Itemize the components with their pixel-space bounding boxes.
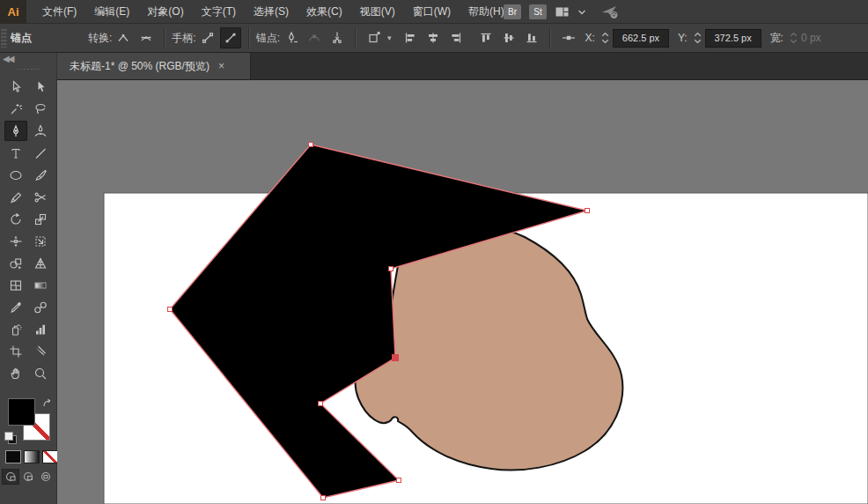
tab-close-icon[interactable]: × <box>218 61 224 71</box>
convert-to-corner-button[interactable] <box>113 27 134 48</box>
slice-tool[interactable] <box>29 341 52 361</box>
connect-path-button <box>304 27 325 48</box>
hide-handles-button[interactable] <box>220 27 241 48</box>
anchor-point[interactable] <box>309 143 313 147</box>
x-label: X: <box>585 32 595 44</box>
anchor-point[interactable] <box>389 267 394 271</box>
show-handles-button[interactable] <box>197 27 218 48</box>
main-menu: 文件(F)编辑(E)对象(O)文字(T)选择(S)效果(C)视图(V)窗口(W)… <box>33 0 513 24</box>
width-label: 宽: <box>770 31 783 46</box>
y-stepper[interactable] <box>693 32 702 44</box>
align-vertical-bottom-button[interactable] <box>521 27 542 48</box>
pen-tool[interactable] <box>4 121 27 141</box>
transform-options-button[interactable] <box>364 27 385 48</box>
anchor-point-selected[interactable] <box>393 355 399 361</box>
column-graph-tool[interactable] <box>29 319 52 339</box>
canvas[interactable] <box>57 80 868 504</box>
control-bar-grip[interactable] <box>1 28 7 48</box>
draw-normal-button[interactable] <box>2 469 19 485</box>
artboard-tool[interactable] <box>4 341 27 361</box>
anchor-point[interactable] <box>397 478 401 483</box>
document-tab[interactable]: 未标题-1* @ 50% (RGB/预览) × <box>57 53 251 79</box>
mesh-tool[interactable] <box>4 275 27 295</box>
align-horizontal-center-button[interactable] <box>423 27 444 48</box>
eyedropper-tool[interactable] <box>4 297 27 317</box>
shaper-tool[interactable] <box>4 187 27 207</box>
scissors-tool[interactable] <box>29 187 52 207</box>
share-publish-icon[interactable] <box>601 4 620 19</box>
curvature-tool[interactable] <box>29 121 52 141</box>
x-stepper[interactable] <box>600 32 610 44</box>
convert-to-smooth-button[interactable] <box>136 27 157 48</box>
paintbrush-tool[interactable] <box>29 165 52 185</box>
menu-item-2[interactable]: 编辑(E) <box>85 0 138 24</box>
control-bar-title: 锚点 <box>11 31 88 46</box>
align-horizontal-left-button[interactable] <box>400 27 421 48</box>
document-tab-title: 未标题-1* @ 50% (RGB/预览) <box>70 59 210 74</box>
width-tool[interactable] <box>4 231 27 251</box>
symbol-sprayer-tool[interactable] <box>4 319 27 339</box>
ellipse-tool[interactable] <box>4 165 27 185</box>
hand-tool[interactable] <box>4 363 27 383</box>
fill-swatch-black[interactable] <box>8 398 35 426</box>
handles-label: 手柄: <box>172 31 195 46</box>
anchor-point[interactable] <box>321 496 326 500</box>
anchor-ops-label: 锚点: <box>256 31 280 46</box>
free-transform-tool[interactable] <box>29 231 52 251</box>
stock-button[interactable]: St <box>529 4 547 19</box>
rotate-tool[interactable] <box>4 209 27 229</box>
lasso-tool[interactable] <box>29 99 52 119</box>
align-vertical-top-button[interactable] <box>475 27 497 48</box>
selection-tool[interactable] <box>4 77 27 97</box>
tools-panel: ◀◀ <box>0 53 57 504</box>
cut-path-button[interactable] <box>327 27 348 48</box>
draw-inside-button[interactable] <box>37 469 55 485</box>
anchor-point[interactable] <box>319 402 323 406</box>
menu-item-8[interactable]: 窗口(W) <box>404 0 460 24</box>
draw-behind-button[interactable] <box>19 469 37 485</box>
default-fill-stroke-icon[interactable] <box>4 432 15 442</box>
panel-grip[interactable] <box>16 68 40 71</box>
anchor-point[interactable] <box>168 308 173 312</box>
anchor-point[interactable] <box>585 209 590 213</box>
x-input[interactable]: 662.5 px <box>613 29 669 48</box>
remove-anchor-button[interactable] <box>281 27 302 48</box>
swap-fill-stroke-icon[interactable] <box>41 397 54 413</box>
perspective-grid-tool[interactable] <box>29 253 52 273</box>
blend-tool[interactable] <box>29 297 52 317</box>
align-horizontal-right-button[interactable] <box>445 27 467 48</box>
menu-item-7[interactable]: 视图(V) <box>351 0 404 24</box>
panel-collapse-icon[interactable]: ◀◀ <box>3 54 12 63</box>
line-segment-tool[interactable] <box>29 143 52 163</box>
artwork-svg[interactable] <box>57 80 868 504</box>
scale-tool[interactable] <box>29 209 52 229</box>
zoom-tool[interactable] <box>29 363 52 383</box>
type-tool[interactable] <box>4 143 27 163</box>
workspace-switcher-icon[interactable] <box>555 5 570 19</box>
magic-wand-tool[interactable] <box>4 99 27 119</box>
tools-grid <box>4 76 53 384</box>
measure-point-icon <box>558 27 579 48</box>
menu-item-3[interactable]: 对象(O) <box>138 0 192 24</box>
document-tab-bar: 未标题-1* @ 50% (RGB/预览) × <box>57 53 868 80</box>
direct-selection-tool[interactable] <box>29 77 52 97</box>
color-mode-button[interactable] <box>5 450 21 463</box>
menu-item-1[interactable]: 文件(F) <box>33 0 85 24</box>
gradient-mode-button[interactable] <box>24 450 40 463</box>
menu-bar-right: Br St <box>504 0 620 24</box>
width-stepper <box>789 32 798 44</box>
menu-item-4[interactable]: 文字(T) <box>193 0 245 24</box>
bridge-button[interactable]: Br <box>504 4 521 19</box>
control-bar: 锚点 转换: 手柄: 锚点: ▾ <box>0 24 868 53</box>
menu-item-5[interactable]: 选择(S) <box>245 0 298 24</box>
shape-builder-tool[interactable] <box>4 253 27 273</box>
none-mode-button[interactable] <box>42 450 58 463</box>
align-vertical-center-button[interactable] <box>498 27 519 48</box>
y-input[interactable]: 372.5 px <box>705 29 761 48</box>
menu-item-6[interactable]: 效果(C) <box>298 0 351 24</box>
chevron-down-icon[interactable] <box>577 9 586 16</box>
width-value: 0 px <box>801 32 821 44</box>
gradient-tool[interactable] <box>29 275 52 295</box>
fill-stroke-widget <box>0 397 57 504</box>
transform-chevron-icon[interactable]: ▾ <box>387 33 392 42</box>
